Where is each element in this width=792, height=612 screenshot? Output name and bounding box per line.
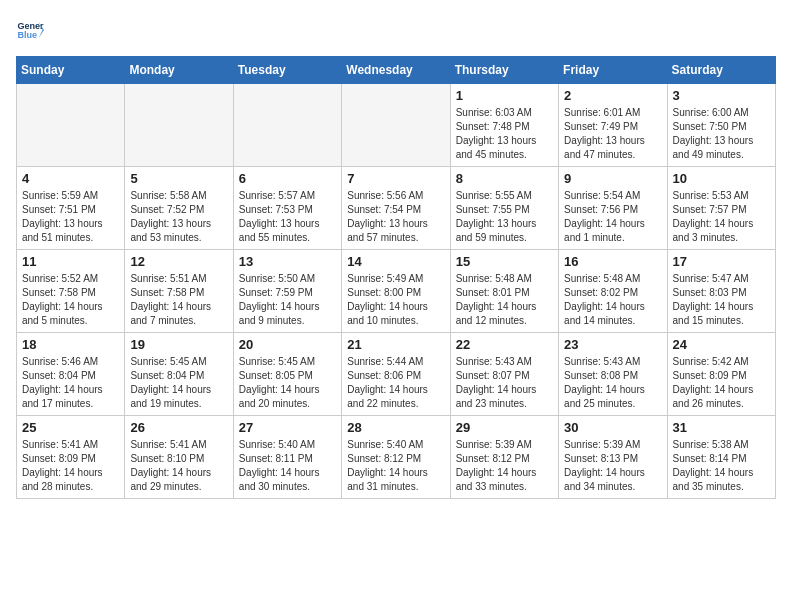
day-number: 8 — [456, 171, 553, 186]
day-number: 5 — [130, 171, 227, 186]
calendar-cell — [233, 84, 341, 167]
day-info: Sunrise: 5:42 AM Sunset: 8:09 PM Dayligh… — [673, 355, 770, 411]
day-number: 31 — [673, 420, 770, 435]
calendar-cell — [17, 84, 125, 167]
day-number: 21 — [347, 337, 444, 352]
calendar-cell — [342, 84, 450, 167]
day-number: 18 — [22, 337, 119, 352]
day-info: Sunrise: 5:39 AM Sunset: 8:12 PM Dayligh… — [456, 438, 553, 494]
calendar-cell: 12Sunrise: 5:51 AM Sunset: 7:58 PM Dayli… — [125, 250, 233, 333]
day-info: Sunrise: 5:52 AM Sunset: 7:58 PM Dayligh… — [22, 272, 119, 328]
calendar-cell: 17Sunrise: 5:47 AM Sunset: 8:03 PM Dayli… — [667, 250, 775, 333]
day-info: Sunrise: 5:50 AM Sunset: 7:59 PM Dayligh… — [239, 272, 336, 328]
weekday-header-thursday: Thursday — [450, 57, 558, 84]
day-number: 6 — [239, 171, 336, 186]
day-info: Sunrise: 5:55 AM Sunset: 7:55 PM Dayligh… — [456, 189, 553, 245]
day-info: Sunrise: 6:00 AM Sunset: 7:50 PM Dayligh… — [673, 106, 770, 162]
calendar-cell: 22Sunrise: 5:43 AM Sunset: 8:07 PM Dayli… — [450, 333, 558, 416]
day-info: Sunrise: 5:49 AM Sunset: 8:00 PM Dayligh… — [347, 272, 444, 328]
calendar-cell: 26Sunrise: 5:41 AM Sunset: 8:10 PM Dayli… — [125, 416, 233, 499]
day-info: Sunrise: 5:59 AM Sunset: 7:51 PM Dayligh… — [22, 189, 119, 245]
calendar-cell: 23Sunrise: 5:43 AM Sunset: 8:08 PM Dayli… — [559, 333, 667, 416]
calendar-cell: 11Sunrise: 5:52 AM Sunset: 7:58 PM Dayli… — [17, 250, 125, 333]
calendar-cell: 2Sunrise: 6:01 AM Sunset: 7:49 PM Daylig… — [559, 84, 667, 167]
calendar-cell: 18Sunrise: 5:46 AM Sunset: 8:04 PM Dayli… — [17, 333, 125, 416]
calendar-cell: 19Sunrise: 5:45 AM Sunset: 8:04 PM Dayli… — [125, 333, 233, 416]
day-number: 9 — [564, 171, 661, 186]
weekday-header-saturday: Saturday — [667, 57, 775, 84]
day-info: Sunrise: 5:56 AM Sunset: 7:54 PM Dayligh… — [347, 189, 444, 245]
day-info: Sunrise: 5:48 AM Sunset: 8:01 PM Dayligh… — [456, 272, 553, 328]
day-info: Sunrise: 5:53 AM Sunset: 7:57 PM Dayligh… — [673, 189, 770, 245]
day-number: 26 — [130, 420, 227, 435]
calendar-cell: 3Sunrise: 6:00 AM Sunset: 7:50 PM Daylig… — [667, 84, 775, 167]
day-number: 22 — [456, 337, 553, 352]
weekday-header-monday: Monday — [125, 57, 233, 84]
calendar-cell: 7Sunrise: 5:56 AM Sunset: 7:54 PM Daylig… — [342, 167, 450, 250]
day-number: 2 — [564, 88, 661, 103]
weekday-header-wednesday: Wednesday — [342, 57, 450, 84]
calendar-cell: 29Sunrise: 5:39 AM Sunset: 8:12 PM Dayli… — [450, 416, 558, 499]
calendar-cell: 24Sunrise: 5:42 AM Sunset: 8:09 PM Dayli… — [667, 333, 775, 416]
day-number: 29 — [456, 420, 553, 435]
day-info: Sunrise: 5:47 AM Sunset: 8:03 PM Dayligh… — [673, 272, 770, 328]
day-number: 1 — [456, 88, 553, 103]
day-info: Sunrise: 5:41 AM Sunset: 8:10 PM Dayligh… — [130, 438, 227, 494]
calendar-cell: 21Sunrise: 5:44 AM Sunset: 8:06 PM Dayli… — [342, 333, 450, 416]
calendar-cell: 15Sunrise: 5:48 AM Sunset: 8:01 PM Dayli… — [450, 250, 558, 333]
day-info: Sunrise: 5:45 AM Sunset: 8:05 PM Dayligh… — [239, 355, 336, 411]
day-info: Sunrise: 5:58 AM Sunset: 7:52 PM Dayligh… — [130, 189, 227, 245]
day-info: Sunrise: 5:40 AM Sunset: 8:11 PM Dayligh… — [239, 438, 336, 494]
day-number: 24 — [673, 337, 770, 352]
calendar-cell: 30Sunrise: 5:39 AM Sunset: 8:13 PM Dayli… — [559, 416, 667, 499]
day-number: 7 — [347, 171, 444, 186]
calendar-cell: 28Sunrise: 5:40 AM Sunset: 8:12 PM Dayli… — [342, 416, 450, 499]
calendar-table: SundayMondayTuesdayWednesdayThursdayFrid… — [16, 56, 776, 499]
calendar-cell: 1Sunrise: 6:03 AM Sunset: 7:48 PM Daylig… — [450, 84, 558, 167]
calendar-cell — [125, 84, 233, 167]
calendar-cell: 20Sunrise: 5:45 AM Sunset: 8:05 PM Dayli… — [233, 333, 341, 416]
day-info: Sunrise: 5:41 AM Sunset: 8:09 PM Dayligh… — [22, 438, 119, 494]
day-number: 11 — [22, 254, 119, 269]
day-info: Sunrise: 6:03 AM Sunset: 7:48 PM Dayligh… — [456, 106, 553, 162]
svg-text:Blue: Blue — [17, 30, 37, 40]
day-number: 23 — [564, 337, 661, 352]
day-number: 20 — [239, 337, 336, 352]
day-number: 27 — [239, 420, 336, 435]
calendar-cell: 31Sunrise: 5:38 AM Sunset: 8:14 PM Dayli… — [667, 416, 775, 499]
calendar-cell: 6Sunrise: 5:57 AM Sunset: 7:53 PM Daylig… — [233, 167, 341, 250]
day-number: 19 — [130, 337, 227, 352]
day-number: 3 — [673, 88, 770, 103]
day-info: Sunrise: 5:51 AM Sunset: 7:58 PM Dayligh… — [130, 272, 227, 328]
calendar-cell: 8Sunrise: 5:55 AM Sunset: 7:55 PM Daylig… — [450, 167, 558, 250]
calendar-cell: 9Sunrise: 5:54 AM Sunset: 7:56 PM Daylig… — [559, 167, 667, 250]
day-info: Sunrise: 5:38 AM Sunset: 8:14 PM Dayligh… — [673, 438, 770, 494]
weekday-header-sunday: Sunday — [17, 57, 125, 84]
calendar-cell: 5Sunrise: 5:58 AM Sunset: 7:52 PM Daylig… — [125, 167, 233, 250]
calendar-cell: 14Sunrise: 5:49 AM Sunset: 8:00 PM Dayli… — [342, 250, 450, 333]
day-info: Sunrise: 5:43 AM Sunset: 8:07 PM Dayligh… — [456, 355, 553, 411]
day-info: Sunrise: 5:39 AM Sunset: 8:13 PM Dayligh… — [564, 438, 661, 494]
day-number: 12 — [130, 254, 227, 269]
day-info: Sunrise: 5:40 AM Sunset: 8:12 PM Dayligh… — [347, 438, 444, 494]
day-info: Sunrise: 5:46 AM Sunset: 8:04 PM Dayligh… — [22, 355, 119, 411]
day-info: Sunrise: 5:48 AM Sunset: 8:02 PM Dayligh… — [564, 272, 661, 328]
day-info: Sunrise: 5:54 AM Sunset: 7:56 PM Dayligh… — [564, 189, 661, 245]
calendar-cell: 25Sunrise: 5:41 AM Sunset: 8:09 PM Dayli… — [17, 416, 125, 499]
day-number: 30 — [564, 420, 661, 435]
calendar-cell: 10Sunrise: 5:53 AM Sunset: 7:57 PM Dayli… — [667, 167, 775, 250]
day-number: 15 — [456, 254, 553, 269]
day-info: Sunrise: 5:43 AM Sunset: 8:08 PM Dayligh… — [564, 355, 661, 411]
page-header: General Blue — [16, 16, 776, 44]
day-number: 25 — [22, 420, 119, 435]
day-number: 14 — [347, 254, 444, 269]
calendar-cell: 27Sunrise: 5:40 AM Sunset: 8:11 PM Dayli… — [233, 416, 341, 499]
day-number: 28 — [347, 420, 444, 435]
day-info: Sunrise: 6:01 AM Sunset: 7:49 PM Dayligh… — [564, 106, 661, 162]
day-number: 4 — [22, 171, 119, 186]
calendar-cell: 4Sunrise: 5:59 AM Sunset: 7:51 PM Daylig… — [17, 167, 125, 250]
day-number: 13 — [239, 254, 336, 269]
logo-icon: General Blue — [16, 16, 44, 44]
weekday-header-friday: Friday — [559, 57, 667, 84]
day-info: Sunrise: 5:57 AM Sunset: 7:53 PM Dayligh… — [239, 189, 336, 245]
